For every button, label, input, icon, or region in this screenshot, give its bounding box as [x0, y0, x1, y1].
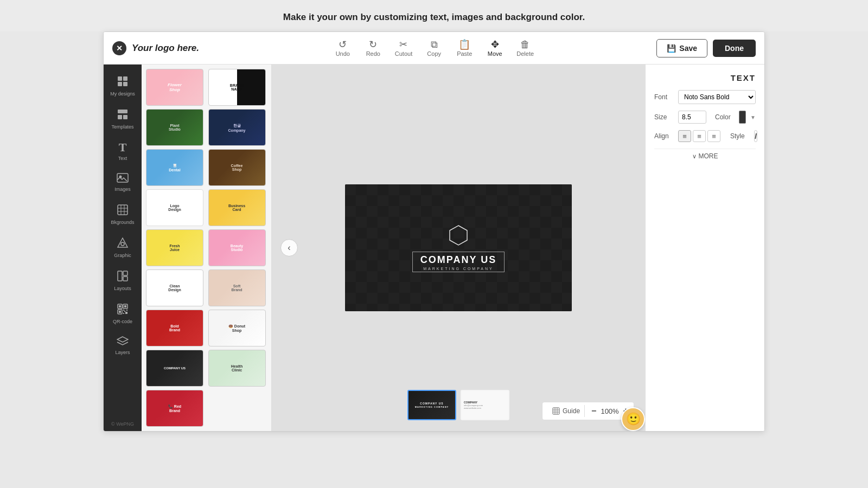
sidebar-item-layouts[interactable]: Layouts [106, 265, 139, 297]
template-card[interactable]: CleanDesign [146, 269, 203, 306]
canvas-content: COMPANY US MARKETING COMPANY [345, 184, 572, 311]
align-center-button[interactable]: ≡ [693, 130, 706, 142]
svg-rect-2 [118, 82, 122, 86]
template-card[interactable]: CoffeeShop [208, 149, 266, 186]
delete-button[interactable]: 🗑 Delete [511, 36, 539, 60]
template-card[interactable]: FreshJuice [146, 229, 203, 266]
sidebar-item-templates[interactable]: Templates [106, 103, 139, 135]
template-card[interactable]: 한글Company [208, 109, 266, 146]
sidebar-label-graphic: Graphic [114, 253, 131, 258]
close-button[interactable]: ✕ [112, 41, 126, 55]
font-select[interactable]: Noto Sans Bold [678, 90, 756, 104]
prev-button[interactable]: ‹ [280, 239, 298, 256]
sidebar-label-images: Images [114, 187, 131, 192]
svg-rect-1 [123, 76, 127, 81]
svg-rect-6 [123, 115, 127, 119]
canvas-area: ‹ COMPANY US MARKETING COMPANY [272, 65, 645, 431]
done-button[interactable]: Done [713, 40, 756, 57]
move-icon: ✥ [491, 40, 499, 49]
zoom-out-button[interactable]: − [591, 407, 596, 415]
sidebar-label-templates: Templates [111, 124, 133, 130]
svg-rect-30 [553, 408, 559, 414]
template-card[interactable]: 🦷Dental [146, 149, 203, 186]
template-card[interactable]: PlantStudio [146, 109, 203, 146]
align-right-button[interactable]: ≡ [707, 130, 720, 142]
sidebar: My designs Templates T Text Images [104, 65, 142, 431]
right-panel: TEXT Font Noto Sans Bold Size Color ▼ [645, 65, 764, 431]
svg-rect-28 [123, 313, 124, 314]
italic-button[interactable]: I [754, 130, 757, 142]
more-chevron-icon: ∨ [692, 153, 697, 160]
move-button[interactable]: ✥ Move [481, 36, 509, 60]
copy-button[interactable]: ⧉ Copy [420, 36, 448, 60]
backgrounds-icon [117, 204, 129, 217]
color-swatch[interactable] [739, 111, 746, 124]
copy-icon: ⧉ [431, 40, 438, 49]
panel-title: TEXT [654, 73, 756, 82]
redo-icon: ↻ [369, 40, 377, 49]
sidebar-item-my-designs[interactable]: My designs [106, 70, 139, 102]
template-card[interactable]: LogoDesign [146, 189, 203, 226]
template-card[interactable]: 🍩 DonutShop [208, 310, 266, 346]
color-arrow[interactable]: ▼ [750, 114, 756, 120]
template-card[interactable]: BusinessCard [208, 189, 266, 226]
sidebar-item-layers[interactable]: Layers [106, 331, 139, 361]
zoom-level: 100% [601, 407, 618, 415]
templates-grid: FlowerShop BRANDNAME PlantStudio 한글Compa… [142, 65, 271, 431]
svg-rect-27 [125, 312, 127, 314]
template-card[interactable]: BeautyStudio [208, 229, 266, 266]
sidebar-item-backgrounds[interactable]: Bkgrounds [106, 198, 139, 230]
guide-button[interactable]: Guide [548, 405, 585, 417]
svg-rect-3 [123, 82, 127, 86]
banner: Make it your own by customizing text, im… [0, 0, 868, 31]
save-button[interactable]: 💾 Save [656, 39, 707, 57]
canvas-frame[interactable]: COMPANY US MARKETING COMPANY [345, 184, 572, 311]
template-card[interactable]: FlowerShop [146, 69, 203, 106]
template-card[interactable]: 📞 RedBrand [146, 390, 203, 427]
company-text-box[interactable]: COMPANY US MARKETING COMPANY [412, 252, 505, 272]
template-card[interactable]: SoftBrand [208, 269, 266, 306]
svg-rect-16 [118, 271, 122, 281]
sidebar-label-backgrounds: Bkgrounds [111, 220, 134, 225]
cutout-button[interactable]: ✂ Cutout [390, 36, 418, 60]
template-card[interactable]: BRANDNAME [208, 69, 266, 106]
text-icon: T [119, 142, 127, 153]
sidebar-item-qr-code[interactable]: QR-code [106, 298, 139, 330]
sidebar-item-graphic[interactable]: Graphic [106, 232, 139, 264]
qr-code-icon [117, 303, 129, 317]
thumbnail-1[interactable]: COMPANY USMARKETING COMPANY [407, 390, 456, 420]
align-left-button[interactable]: ≡ [678, 130, 691, 142]
logo-text: Your logo here. [132, 43, 199, 54]
images-icon [117, 173, 129, 184]
template-card[interactable]: COMPANY US [146, 350, 203, 387]
delete-icon: 🗑 [520, 40, 530, 49]
sidebar-item-text[interactable]: T Text [106, 136, 139, 166]
svg-rect-9 [118, 205, 127, 215]
more-row[interactable]: ∨ MORE [654, 149, 756, 163]
sidebar-label-text: Text [118, 156, 127, 161]
templates-panel[interactable]: FlowerShop BRANDNAME PlantStudio 한글Compa… [142, 65, 272, 431]
align-style-row: Align ≡ ≡ ≡ Style I [654, 130, 756, 142]
sidebar-item-images[interactable]: Images [106, 168, 139, 197]
company-name: COMPANY US [420, 254, 496, 266]
toolbar-center: ↺ Undo ↻ Redo ✂ Cutout ⧉ Copy 📋 Paste ✥ … [232, 36, 636, 60]
svg-rect-22 [119, 305, 121, 307]
undo-button[interactable]: ↺ Undo [329, 36, 357, 60]
svg-rect-29 [126, 310, 127, 311]
logo-area: ✕ Your logo here. [112, 41, 232, 55]
company-sub: MARKETING COMPANY [420, 267, 496, 271]
layouts-icon [117, 270, 129, 284]
layers-icon [117, 336, 129, 348]
avatar-button[interactable]: 🙂 [621, 407, 645, 431]
template-card[interactable]: HealthClinic [208, 350, 266, 387]
my-designs-icon [117, 75, 129, 89]
paste-button[interactable]: 📋 Paste [450, 36, 478, 60]
hexagon-icon [446, 223, 470, 247]
svg-rect-24 [119, 311, 121, 313]
thumbnail-2[interactable]: COMPANY info@company.com www.website.com [461, 390, 509, 420]
toolbar: ✕ Your logo here. ↺ Undo ↻ Redo ✂ Cutout… [104, 32, 764, 65]
redo-button[interactable]: ↻ Redo [359, 36, 387, 60]
size-input[interactable] [678, 111, 706, 124]
template-card[interactable]: BoldBrand [146, 310, 203, 346]
svg-rect-0 [118, 76, 122, 81]
